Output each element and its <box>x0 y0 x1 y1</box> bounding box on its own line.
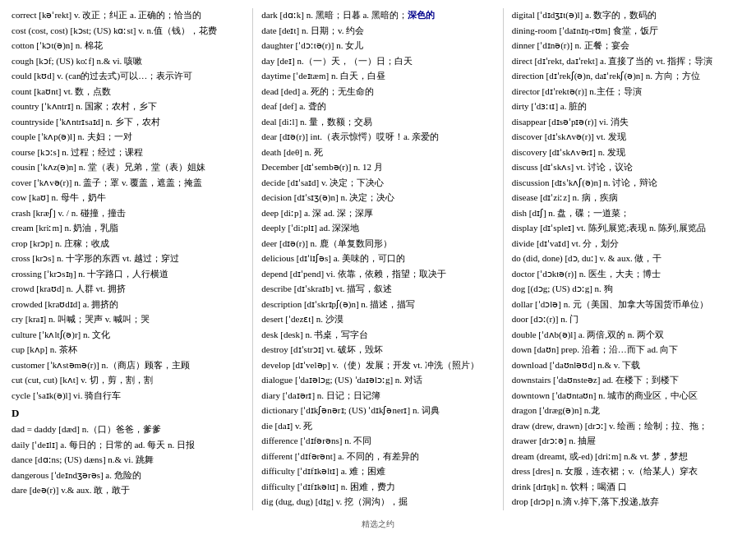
entry-death: death [deθ] n. 死 <box>261 145 494 159</box>
entry-discovery: discovery [dɪˈskʌvərɪ] n. 发现 <box>512 145 744 159</box>
entry-dance: dance [dɑːns; (US) dæns] n.& vi. 跳舞 <box>12 453 244 467</box>
entry-deeply: deeply [ˈdiːplɪ] ad. 深深地 <box>261 221 494 235</box>
entry-cover: cover [ˈkʌvə(r)] n. 盖子；罩 v. 覆盖，遮盖；掩盖 <box>12 176 244 190</box>
entry-dare: dare [deə(r)] v.& aux. 敢，敢于 <box>12 483 244 497</box>
entry-downtown: downtown [ˈdaʊntaʊn] n. 城市的商业区，中心区 <box>512 389 744 403</box>
entry-description: description [dɪˈskrɪpʃ(ə)n] n. 描述，描写 <box>261 297 494 311</box>
entry-dream: dream (dreamt, 或-ed) [driːm] n.& vt. 梦，梦… <box>512 450 744 464</box>
column-1: correct [kəˈrekt] v. 改正；纠正 a. 正确的；恰当的 co… <box>12 8 249 510</box>
entry-cycle: cycle [ˈsaɪk(ə)l] vi. 骑自行车 <box>12 389 244 403</box>
entry-describe: describe [dɪˈskraɪb] vt. 描写，叙述 <box>261 282 494 296</box>
entry-depend: depend [dɪˈpend] vi. 依靠，依赖，指望；取决于 <box>261 267 494 281</box>
entry-door: door [dɔː(r)] n. 门 <box>512 312 744 326</box>
entry-cost: cost (cost, cost) [kɔst; (US) kɑːst] v. … <box>12 24 244 38</box>
entry-cup: cup [kʌp] n. 茶杯 <box>12 343 244 357</box>
column-2: dark [dɑːk] n. 黑暗；日暮 a. 黑暗的；深色的 date [de… <box>256 8 499 510</box>
entry-dictionary: dictionary [ˈdɪkʃənərɪ; (US) ˈdɪkʃənerɪ]… <box>261 404 494 417</box>
entry-december: December [dɪˈsembə(r)] n. 12 月 <box>261 160 494 174</box>
entry-destroy: destroy [dɪˈstrɔɪ] vt. 破坏，毁坏 <box>261 343 494 357</box>
page-footer: 精选之约 <box>12 519 744 530</box>
highlight-dark: 深色的 <box>408 10 435 20</box>
entry-dining-room: dining-room [ˈdaɪnɪŋ-rʊm] 食堂，饭厅 <box>512 24 744 38</box>
entry-discussion: discussion [dɪsˈkʌʃ(ə)n] n. 讨论，辩论 <box>512 176 744 190</box>
divider-2 <box>503 8 504 510</box>
entry-difference: difference [ˈdɪfərəns] n. 不同 <box>261 434 494 448</box>
entry-drawer: drawer [drɔːə] n. 抽屉 <box>512 434 744 448</box>
entry-dragon: dragon [ˈdræg(ə)n] n.龙 <box>512 404 744 417</box>
entry-dinner: dinner [ˈdɪnə(r)] n. 正餐；宴会 <box>512 39 744 53</box>
entry-cross: cross [krɔs] n. 十字形的东西 vt. 越过；穿过 <box>12 251 244 265</box>
entry-deal: deal [diːl] n. 量，数额；交易 <box>261 115 494 129</box>
entry-cry: cry [kraɪ] n. 叫喊；哭声 v. 喊叫；哭 <box>12 312 244 326</box>
entry-difficulty-n: difficulty [ˈdɪfɪkəltɪ] n. 困难，费力 <box>261 480 494 494</box>
entry-deer: deer [dɪə(r)] n. 鹿（单复数同形） <box>261 237 494 251</box>
entry-disappear: disappear [dɪsəˈpɪə(r)] vi. 消失 <box>512 115 744 129</box>
entry-date: date [deɪt] n. 日期；v. 约会 <box>261 24 494 38</box>
entry-crowded: crowded [kraʊdɪd] a. 拥挤的 <box>12 297 244 311</box>
entry-desk: desk [desk] n. 书桌，写字台 <box>261 328 494 342</box>
entry-disease: disease [dɪˈziːz] n. 病，疾病 <box>512 191 744 205</box>
section-d-header: D <box>12 407 244 420</box>
entry-cotton: cotton [ˈkɔt(ə)n] n. 棉花 <box>12 39 244 53</box>
entry-digital: digital [ˈdɪdʒɪt(ə)l] a. 数字的，数码的 <box>512 8 744 22</box>
entry-dangerous: dangerous [ˈdeɪndʒərəs] a. 危险的 <box>12 468 244 482</box>
entry-delicious: delicious [dɪˈlɪʃəs] a. 美味的，可口的 <box>261 251 494 265</box>
entry-download: download [ˈdaʊnləʊd] n.& v. 下载 <box>512 358 744 372</box>
entry-downstairs: downstairs [ˈdaʊnsteəz] ad. 在楼下；到楼下 <box>512 373 744 387</box>
entry-dark: dark [dɑːk] n. 黑暗；日暮 a. 黑暗的；深色的 <box>261 8 494 22</box>
entry-desert: desert [ˈdezɛt] n. 沙漠 <box>261 312 494 326</box>
entry-daytime: daytime [ˈdeɪtæm] n. 白天，白昼 <box>261 69 494 83</box>
entry-deaf: deaf [def] a. 聋的 <box>261 99 494 113</box>
entry-daughter: daughter [ˈdɔːtə(r)] n. 女儿 <box>261 39 494 53</box>
entry-director: director [dɪˈrektə(r)] n.主任；导演 <box>512 85 744 99</box>
entry-dress: dress [dres] n. 女服，连衣裙；v.（给某人）穿衣 <box>512 464 744 478</box>
entry-crash: crash [kræʃ] v. / n. 碰撞，撞击 <box>12 206 244 220</box>
entry-cut: cut (cut, cut) [kʌt] v. 切，剪，割，割 <box>12 373 244 387</box>
entry-doctor: doctor [ˈdɔktə(r)] n. 医生，大夫；博士 <box>512 267 744 281</box>
column-3: digital [ˈdɪdʒɪt(ə)l] a. 数字的，数码的 dining-… <box>507 8 744 510</box>
entry-could: could [kʊd] v. (can的过去式)可以…；表示许可 <box>12 69 244 83</box>
page-container: correct [kəˈrekt] v. 改正；纠正 a. 正确的；恰当的 co… <box>12 8 744 510</box>
entry-countryside: countryside [ˈkʌntrɪsaɪd] n. 乡下，农村 <box>12 115 244 129</box>
entry-dollar: dollar [ˈdɔlə] n. 元（美国、加拿大等国货币单位） <box>512 297 744 311</box>
entry-do: do (did, done) [dɔ, duː] v. & aux. 做，干 <box>512 251 744 265</box>
entry-down: down [daʊn] prep. 沿着；沿…而下 ad. 向下 <box>512 343 744 357</box>
entry-daily: daily [ˈdeɪlɪ] a. 每日的；日常的 ad. 每天 n. 日报 <box>12 438 244 452</box>
entry-dad: dad = daddy [dæd] n.（口）爸爸，爹爹 <box>12 422 244 436</box>
entry-dog: dog [(dɔg; (US) dɔːg] n. 狗 <box>512 282 744 296</box>
entry-develop: develop [dɪˈveləp] v.（使）发展；开发 vt. 冲洗（照片） <box>261 358 494 372</box>
entry-cough: cough [kɔf; (US) koːf] n.& vi. 咳嗽 <box>12 54 244 68</box>
divider-1 <box>252 8 253 510</box>
entry-dead: dead [ded] a. 死的；无生命的 <box>261 85 494 99</box>
entry-divide: divide [dɪˈvaɪd] vt. 分，划分 <box>512 237 744 251</box>
entry-customer: customer [ˈkʌstəmə(r)] n.（商店）顾客，主顾 <box>12 358 244 372</box>
entry-course: course [kɔːs] n. 过程；经过；课程 <box>12 145 244 159</box>
entry-discover: discover [dɪˈskʌvə(r)] vt. 发现 <box>512 130 744 144</box>
entry-die: die [daɪ] v. 死 <box>261 419 494 433</box>
entry-dig: dig (dug, dug) [dɪg] v. 挖（洞沟），掘 <box>261 495 494 509</box>
entry-crossing: crossing [ˈkrɔsɪŋ] n. 十字路口，人行横道 <box>12 267 244 281</box>
entry-country: country [ˈkʌntrɪ] n. 国家；农村，乡下 <box>12 99 244 113</box>
entry-drink: drink [drɪŋk] n. 饮料；喝酒 口 <box>512 480 744 494</box>
entry-crop: crop [krɔp] n. 庄稼；收成 <box>12 237 244 251</box>
entry-direction: direction [dɪˈrekʃ(ə)n, daɪˈrekʃ(ə)n] n.… <box>512 69 744 83</box>
entry-count: count [kaʊnt] vt. 数，点数 <box>12 85 244 99</box>
entry-cow: cow [kaʊ] n. 母牛，奶牛 <box>12 191 244 205</box>
entry-dialogue: dialogue [ˈdaɪəlɔg; (US) ˈdaɪəlɔːg] n. 对… <box>261 373 494 387</box>
entry-double: double [ˈdʌb(ə)l] a. 两倍,双的 n. 两个双 <box>512 328 744 342</box>
entry-draw: draw (drew, drawn) [drɔː] v. 绘画；绘制；拉、拖； <box>512 419 744 433</box>
entry-cousin: cousin [ˈkʌz(ə)n] n. 堂（表）兄弟，堂（表）姐妹 <box>12 160 244 174</box>
entry-discuss: discuss [dɪˈskʌs] vt. 讨论，议论 <box>512 160 744 174</box>
entry-different: different [ˈdɪfərənt] a. 不同的，有差异的 <box>261 450 494 464</box>
entry-day: day [deɪ] n.（一）天，（一）日；白天 <box>261 54 494 68</box>
entry-dirty: dirty [ˈdɜːtɪ] a. 脏的 <box>512 99 744 113</box>
entry-drop: drop [drɔp] n.滴 v.掉下,落下,投递,放弃 <box>512 495 744 509</box>
entry-couple: couple [ˈkʌp(ə)l] n. 夫妇；一对 <box>12 130 244 144</box>
entry-direct: direct [dɪˈrekt, daɪˈrekt] a. 直接了当的 vt. … <box>512 54 744 68</box>
entry-dear: dear [dɪə(r)] int.（表示惊愕）哎呀！a. 亲爱的 <box>261 130 494 144</box>
entry-display: display [dɪˈspleɪ] vt. 陈列,展览;表现 n. 陈列,展览… <box>512 221 744 235</box>
entry-decision: decision [dɪˈsɪʒ(ə)n] n. 决定；决心 <box>261 191 494 205</box>
entry-culture: culture [ˈkʌltʃ(ə)r] n. 文化 <box>12 328 244 342</box>
entry-deep: deep [diːp] a. 深 ad. 深；深厚 <box>261 206 494 220</box>
entry-correct: correct [kəˈrekt] v. 改正；纠正 a. 正确的；恰当的 <box>12 8 244 22</box>
